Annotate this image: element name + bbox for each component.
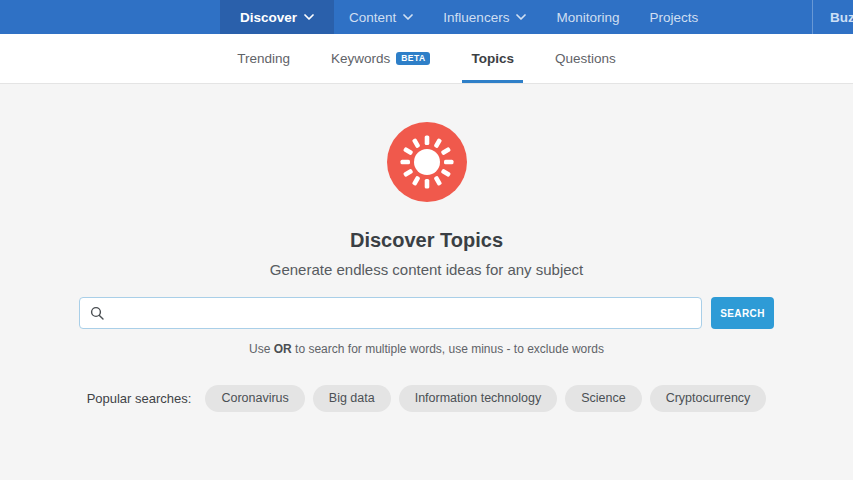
beta-badge: BETA [396,52,430,66]
page-subtitle: Generate endless content ideas for any s… [0,261,853,279]
top-navigation-bar: Discover Content Influencers Monitoring … [0,0,853,34]
tab-questions[interactable]: Questions [553,34,618,83]
search-help-text: Use OR to search for multiple words, use… [0,342,853,356]
help-prefix: Use [249,342,274,356]
nav-item-label: Content [349,10,396,25]
account-menu[interactable]: Buzz [812,0,853,34]
search-row: SEARCH [0,297,853,329]
tab-label: Keywords [331,51,390,66]
sun-icon [387,122,467,202]
account-label: Buzz [830,10,853,25]
popular-chip-cryptocurrency[interactable]: Cryptocurrency [650,385,767,412]
nav-item-content[interactable]: Content [334,0,428,34]
nav-item-discover[interactable]: Discover [220,0,334,34]
popular-chip-coronavirus[interactable]: Coronavirus [205,385,304,412]
popular-searches-label: Popular searches: [87,391,192,406]
popular-chip-big-data[interactable]: Big data [313,385,391,412]
tab-trending[interactable]: Trending [235,34,292,83]
help-bold-or: OR [274,342,292,356]
tab-label: Questions [555,51,616,66]
tab-label: Topics [471,51,514,66]
nav-item-label: Monitoring [556,10,619,25]
chevron-down-icon [516,14,526,20]
popular-searches-row: Popular searches: Coronavirus Big data I… [0,385,853,412]
nav-item-influencers[interactable]: Influencers [428,0,541,34]
page-title: Discover Topics [0,229,853,252]
topnav-spacer [0,0,220,34]
help-suffix: to search for multiple words, use minus … [292,342,604,356]
nav-item-projects[interactable]: Projects [634,0,713,34]
topic-search-input[interactable] [79,297,702,329]
chevron-down-icon [304,14,314,20]
discover-topics-page: Discover Topics Generate endless content… [0,122,853,480]
popular-chip-information-technology[interactable]: Information technology [399,385,557,412]
search-box [79,297,702,329]
nav-item-label: Discover [240,10,297,25]
nav-item-label: Influencers [443,10,509,25]
tab-keywords[interactable]: Keywords BETA [329,34,432,83]
search-button[interactable]: SEARCH [711,297,774,329]
nav-item-monitoring[interactable]: Monitoring [541,0,634,34]
nav-item-label: Projects [649,10,698,25]
popular-chip-science[interactable]: Science [565,385,641,412]
chevron-down-icon [403,14,413,20]
tab-label: Trending [237,51,290,66]
tab-topics[interactable]: Topics [469,34,516,83]
discover-tab-bar: Trending Keywords BETA Topics Questions [0,34,853,84]
